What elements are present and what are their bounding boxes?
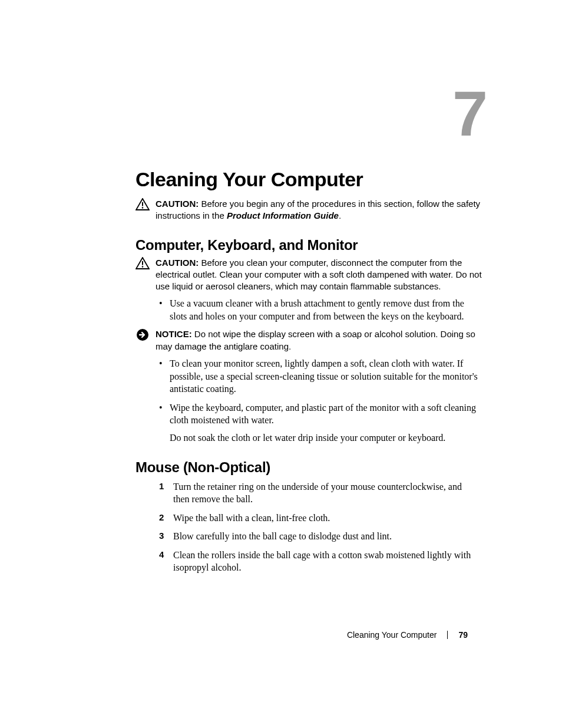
bullet-list-2: To clean your monitor screen, lightly da… [68, 357, 497, 444]
bullet-list-1: Use a vacuum cleaner with a brush attach… [68, 297, 497, 322]
list-item: Wipe the keyboard, computer, and plastic… [159, 401, 480, 444]
page-number: 79 [458, 630, 468, 640]
caution-icon [135, 198, 150, 211]
list-item: 1Turn the retainer ring on the underside… [159, 480, 480, 506]
notice-text: NOTICE: Do not wipe the display screen w… [156, 328, 497, 353]
chapter-number: 7 [68, 77, 497, 150]
list-item: Use a vacuum cleaner with a brush attach… [159, 297, 480, 322]
caution-text-2: CAUTION: Before you clean your computer,… [156, 257, 497, 293]
section-title-1: Computer, Keyboard, and Monitor [68, 237, 497, 253]
list-item: To clean your monitor screen, lightly da… [159, 357, 480, 396]
caution-callout-2: CAUTION: Before you clean your computer,… [68, 257, 497, 293]
notice-callout: NOTICE: Do not wipe the display screen w… [68, 328, 497, 353]
svg-point-3 [142, 266, 144, 268]
page-footer: Cleaning Your Computer 79 [347, 630, 468, 640]
chapter-title: Cleaning Your Computer [68, 168, 497, 191]
list-item: 4Clean the rollers inside the ball cage … [159, 549, 480, 574]
document-page: 7 Cleaning Your Computer CAUTION: Before… [0, 0, 562, 728]
notice-icon [135, 328, 150, 341]
list-item: 3Blow carefully into the ball cage to di… [159, 530, 480, 543]
footer-section-name: Cleaning Your Computer [347, 630, 437, 640]
caution-text-1: CAUTION: Before you begin any of the pro… [156, 198, 497, 222]
list-item: 2Wipe the ball with a clean, lint-free c… [159, 512, 480, 525]
caution-icon [135, 257, 150, 270]
caution-callout-1: CAUTION: Before you begin any of the pro… [68, 198, 497, 222]
sub-paragraph: Do not soak the cloth or let water drip … [170, 431, 480, 444]
footer-divider [447, 631, 448, 639]
svg-point-1 [142, 207, 144, 209]
section-title-2: Mouse (Non-Optical) [68, 459, 497, 476]
step-list: 1Turn the retainer ring on the underside… [68, 480, 497, 575]
